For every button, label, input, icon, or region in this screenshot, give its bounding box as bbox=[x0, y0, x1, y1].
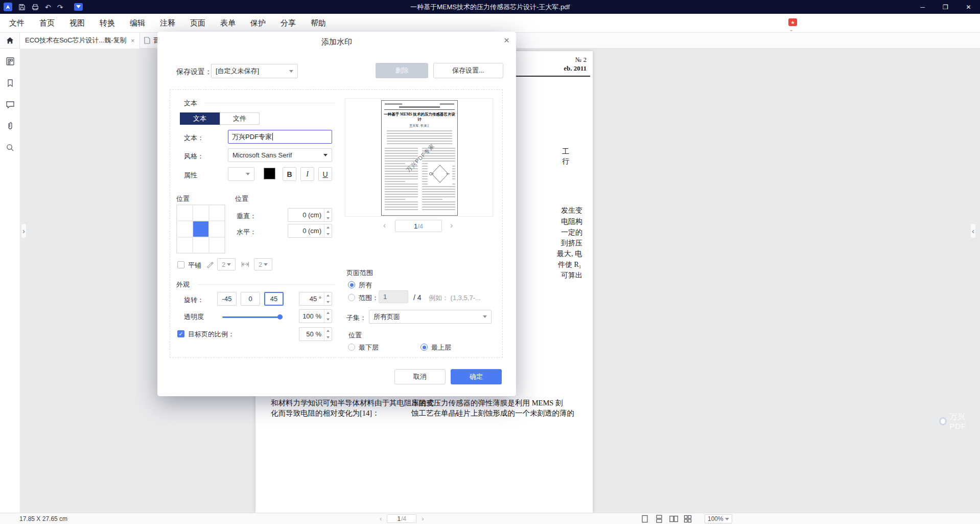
anchor-cell[interactable] bbox=[177, 205, 193, 221]
menu-file[interactable]: 文件 bbox=[9, 18, 25, 28]
ok-button[interactable]: 确定 bbox=[451, 369, 502, 384]
opacity-slider-knob[interactable] bbox=[277, 314, 283, 320]
quick-tools-dropdown-icon[interactable] bbox=[74, 3, 83, 11]
rotate-angle-stepper[interactable]: 45 ° bbox=[299, 292, 332, 306]
prev-page-icon[interactable]: ‹ bbox=[380, 515, 382, 522]
tile-vertical-gap-select[interactable]: 2 bbox=[217, 258, 236, 270]
menu-edit[interactable]: 编辑 bbox=[130, 18, 145, 28]
home-tab[interactable] bbox=[0, 33, 19, 49]
stepper-up-icon[interactable] bbox=[324, 209, 332, 215]
scale-stepper[interactable]: 50 % bbox=[299, 327, 332, 341]
print-icon[interactable] bbox=[32, 4, 39, 11]
vertical-offset-stepper[interactable]: 0 (cm) bbox=[288, 208, 332, 222]
grid-view-icon[interactable] bbox=[683, 514, 692, 523]
upgrade-icon[interactable]: ★ bbox=[788, 18, 797, 26]
menu-protect[interactable]: 保护 bbox=[250, 18, 266, 28]
expand-right-panel-icon[interactable]: ‹ bbox=[971, 224, 975, 238]
tile-checkbox[interactable] bbox=[177, 261, 184, 268]
attachments-panel-icon[interactable] bbox=[5, 120, 16, 131]
layer-bottom-label: 最下层 bbox=[359, 343, 379, 352]
save-settings-select[interactable]: [自定义未保存] bbox=[211, 64, 298, 78]
continuous-view-icon[interactable] bbox=[655, 514, 664, 523]
tile-horizontal-gap-select[interactable]: 2 bbox=[254, 258, 272, 270]
maximize-button[interactable]: ❐ bbox=[934, 0, 957, 14]
page-number-box[interactable]: 1 /4 bbox=[387, 514, 416, 523]
menu-page[interactable]: 页面 bbox=[190, 18, 205, 28]
anchor-cell[interactable] bbox=[209, 237, 225, 253]
delete-button[interactable]: 删除 bbox=[376, 63, 428, 78]
stepper-up-icon[interactable] bbox=[324, 292, 332, 299]
watermark-text-input[interactable]: 万兴PDF专家 bbox=[228, 130, 332, 144]
save-icon[interactable] bbox=[18, 4, 26, 11]
rotate-label: 旋转： bbox=[184, 295, 204, 305]
tab-close-icon[interactable]: × bbox=[131, 37, 135, 44]
bold-button[interactable]: B bbox=[283, 167, 296, 181]
layer-top-radio[interactable] bbox=[421, 344, 428, 351]
expand-left-panel-icon[interactable]: › bbox=[21, 224, 26, 238]
rotate-0-button[interactable]: 0 bbox=[241, 292, 260, 306]
horizontal-offset-stepper[interactable]: 0 (cm) bbox=[288, 224, 332, 238]
redo-icon[interactable]: ↷ bbox=[57, 4, 63, 11]
anchor-cell[interactable] bbox=[177, 237, 193, 253]
tab-text[interactable]: 文本 bbox=[180, 112, 220, 125]
stepper-down-icon[interactable] bbox=[324, 299, 332, 306]
preview-next-icon[interactable]: › bbox=[450, 221, 453, 230]
stepper-up-icon[interactable] bbox=[324, 328, 332, 334]
two-page-view-icon[interactable] bbox=[669, 514, 678, 523]
stepper-up-icon[interactable] bbox=[324, 224, 332, 231]
comments-panel-icon[interactable] bbox=[5, 99, 16, 110]
anchor-cell[interactable] bbox=[193, 237, 208, 253]
menu-convert[interactable]: 转换 bbox=[100, 18, 115, 28]
bookmarks-panel-icon[interactable] bbox=[5, 77, 16, 88]
next-page-icon[interactable]: › bbox=[422, 515, 424, 522]
underline-button[interactable]: U bbox=[318, 167, 332, 181]
save-settings-button[interactable]: 保存设置... bbox=[433, 63, 503, 78]
text-label: 文本： bbox=[184, 133, 204, 143]
font-color-swatch[interactable] bbox=[264, 168, 275, 179]
font-size-select[interactable] bbox=[228, 167, 254, 181]
menu-view[interactable]: 视图 bbox=[69, 18, 85, 28]
rotate-minus45-button[interactable]: -45 bbox=[217, 292, 237, 306]
close-button[interactable]: ✕ bbox=[957, 0, 980, 14]
anchor-cell[interactable] bbox=[177, 221, 193, 237]
thumbnails-panel-icon[interactable] bbox=[5, 56, 16, 67]
stepper-down-icon[interactable] bbox=[324, 316, 332, 323]
anchor-cell[interactable] bbox=[193, 205, 208, 221]
stepper-down-icon[interactable] bbox=[324, 334, 332, 341]
menu-home[interactable]: 首页 bbox=[39, 18, 55, 28]
stepper-down-icon[interactable] bbox=[324, 231, 332, 238]
font-family-select[interactable]: Microsoft Sans Serif bbox=[228, 148, 332, 162]
stepper-down-icon[interactable] bbox=[324, 215, 332, 222]
dialog-close-icon[interactable]: × bbox=[504, 35, 509, 45]
scale-checkbox[interactable]: ✓ bbox=[177, 330, 184, 337]
undo-icon[interactable]: ↶ bbox=[45, 4, 51, 11]
menu-share[interactable]: 分享 bbox=[281, 18, 296, 28]
layer-bottom-radio[interactable] bbox=[348, 344, 355, 351]
range-input[interactable]: 1 bbox=[379, 290, 408, 303]
collapse-ribbon-icon[interactable]: ⌄ bbox=[789, 26, 794, 33]
subset-select[interactable]: 所有页面 bbox=[369, 310, 492, 324]
range-all-radio[interactable] bbox=[348, 281, 355, 288]
minimize-button[interactable]: ─ bbox=[911, 0, 934, 14]
cancel-button[interactable]: 取消 bbox=[394, 369, 446, 384]
single-page-view-icon[interactable] bbox=[640, 514, 649, 523]
anchor-cell[interactable] bbox=[209, 205, 225, 221]
anchor-cell-selected[interactable] bbox=[193, 221, 208, 237]
anchor-cell[interactable] bbox=[209, 221, 225, 237]
rotate-45-button[interactable]: 45 bbox=[264, 292, 284, 306]
opacity-stepper[interactable]: 100 % bbox=[299, 309, 332, 323]
document-tab[interactable]: ECO技术在SoC芯片设计...魏-复制 × bbox=[19, 33, 140, 49]
search-panel-icon[interactable] bbox=[5, 142, 16, 153]
menu-comment[interactable]: 注释 bbox=[160, 18, 175, 28]
zoom-level-select[interactable]: 100% bbox=[705, 514, 732, 523]
tab-file[interactable]: 文件 bbox=[220, 112, 260, 125]
range-custom-radio[interactable] bbox=[348, 294, 355, 301]
menu-form[interactable]: 表单 bbox=[220, 18, 236, 28]
opacity-slider[interactable] bbox=[222, 313, 283, 321]
stepper-up-icon[interactable] bbox=[324, 310, 332, 316]
preview-page-box[interactable]: 1 /4 bbox=[395, 220, 442, 232]
preview-prev-icon[interactable]: ‹ bbox=[383, 221, 386, 230]
menu-help[interactable]: 帮助 bbox=[311, 18, 326, 28]
app-logo-icon[interactable] bbox=[4, 3, 12, 11]
italic-button[interactable]: I bbox=[300, 167, 314, 181]
